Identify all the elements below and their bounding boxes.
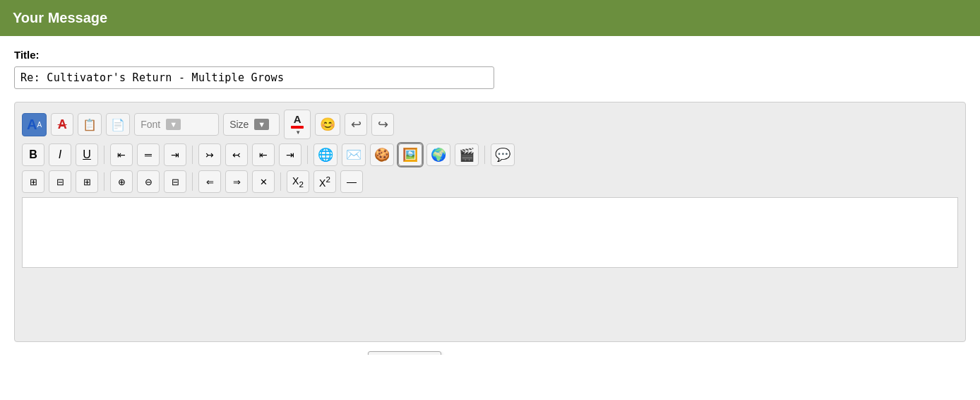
emotion-icon: 🍪 xyxy=(374,147,390,163)
font-color-icon: A xyxy=(294,113,301,125)
table-col-button[interactable]: ⊞ xyxy=(76,170,98,193)
superscript-button[interactable]: X2 xyxy=(313,170,336,193)
unordered-list-button[interactable]: ↢ xyxy=(225,143,248,166)
indent-icon: ⇥ xyxy=(286,149,294,160)
special-char-button[interactable]: 💬 xyxy=(491,143,515,166)
italic-icon: I xyxy=(59,148,61,161)
font-dropdown[interactable]: Font ▼ xyxy=(134,113,219,136)
table-split-button[interactable]: ⊟ xyxy=(164,170,186,193)
table-row-icon: ⊟ xyxy=(56,177,64,187)
insert-email-button[interactable]: ✉️ xyxy=(342,143,366,166)
toolbar-row-3: ⊞ ⊟ ⊞ ⊕ ⊖ ⊟ ⇐ ⇒ xyxy=(22,170,958,193)
font-format-icon: A xyxy=(27,117,37,133)
table-insert-row-icon: ⊕ xyxy=(118,177,126,187)
insert-media-button[interactable]: 🌍 xyxy=(426,143,450,166)
paste-button[interactable]: 📄 xyxy=(106,113,130,136)
col-after-button[interactable]: ⇒ xyxy=(225,170,248,193)
align-left-icon: ⇤ xyxy=(117,149,126,160)
indent-button[interactable]: ⇥ xyxy=(279,143,301,166)
table-row-button[interactable]: ⊟ xyxy=(49,170,71,193)
font-dropdown-label: Font xyxy=(141,119,160,130)
email-icon: ✉️ xyxy=(346,147,361,163)
ordered-list-button[interactable]: ↣ xyxy=(198,143,221,166)
toolbar-row-1: AA A 📋 📄 Font ▼ Size ▼ xyxy=(22,110,958,139)
redo-button[interactable]: ↪ xyxy=(371,113,394,136)
video-icon: 🎬 xyxy=(459,147,474,163)
align-left-button[interactable]: ⇤ xyxy=(110,143,133,166)
paste-icon: 📄 xyxy=(111,118,125,131)
insert-globe-button[interactable]: 🌐 xyxy=(313,143,337,166)
font-dropdown-arrow: ▼ xyxy=(166,119,181,130)
horizontal-rule-icon: ― xyxy=(347,176,357,187)
subscript-icon: X2 xyxy=(292,175,304,189)
table-split-icon: ⊟ xyxy=(172,177,179,187)
page-title: Your Message xyxy=(13,10,967,26)
toolbar-separator-5 xyxy=(104,172,104,191)
align-right-icon: ⇥ xyxy=(171,149,179,160)
table-insert-row-button[interactable]: ⊕ xyxy=(110,170,133,193)
copy-button[interactable]: 📋 xyxy=(78,113,102,136)
globe-icon: 🌐 xyxy=(318,147,333,163)
toolbar-separator-1 xyxy=(104,146,104,164)
insert-emotion-button[interactable]: 🍪 xyxy=(370,143,394,166)
italic-button[interactable]: I xyxy=(49,143,71,166)
align-right-button[interactable]: ⇥ xyxy=(164,143,186,166)
table-delete-row-icon: ⊖ xyxy=(145,177,153,187)
horizontal-rule-button[interactable]: ― xyxy=(340,170,363,193)
copy-icon: 📋 xyxy=(83,118,97,131)
bold-icon: B xyxy=(29,148,37,161)
special-char-icon: 💬 xyxy=(495,147,510,163)
font-strikethrough-button[interactable]: A xyxy=(51,113,73,136)
emoji-icon: 😊 xyxy=(320,117,335,132)
table-button[interactable]: ⊞ xyxy=(22,170,44,193)
undo-icon: ↩ xyxy=(351,117,361,132)
size-dropdown-arrow: ▼ xyxy=(254,119,269,130)
media-icon: 🌍 xyxy=(431,147,446,163)
underline-button[interactable]: U xyxy=(76,143,98,166)
toolbar-separator-7 xyxy=(280,172,281,191)
ordered-list-icon: ↣ xyxy=(205,149,214,160)
table-icon: ⊞ xyxy=(30,177,37,187)
table-col-icon: ⊞ xyxy=(83,177,91,187)
outdent-icon: ⇤ xyxy=(259,149,268,160)
insert-video-button[interactable]: 🎬 xyxy=(455,143,479,166)
emoji-button[interactable]: 😊 xyxy=(315,113,340,136)
superscript-icon: X2 xyxy=(319,175,330,189)
outdent-button[interactable]: ⇤ xyxy=(252,143,275,166)
strikethrough-icon: A xyxy=(58,117,67,132)
size-dropdown-label: Size xyxy=(229,119,249,130)
editor-content[interactable] xyxy=(22,197,958,268)
title-label: Title: xyxy=(14,49,966,61)
insert-image-tooltip: Insert Image xyxy=(368,351,441,355)
toolbar-separator-2 xyxy=(192,146,193,164)
font-color-button[interactable]: A ▼ xyxy=(284,110,311,139)
undo-button[interactable]: ↩ xyxy=(345,113,367,136)
toolbar-separator-4 xyxy=(484,146,485,164)
toolbar-separator-3 xyxy=(307,146,308,164)
bold-button[interactable]: B xyxy=(22,143,44,166)
font-color-arrow: ▼ xyxy=(295,129,301,136)
align-center-icon: ═ xyxy=(145,149,152,160)
editor-area: AA A 📋 📄 Font ▼ Size ▼ xyxy=(14,102,966,342)
align-center-button[interactable]: ═ xyxy=(137,143,160,166)
subscript-button[interactable]: X2 xyxy=(287,170,309,193)
toolbar-row-2: B I U ⇤ ═ ⇥ ↣ ↢ xyxy=(22,143,958,166)
toolbar-separator-6 xyxy=(192,172,193,191)
title-input[interactable] xyxy=(14,66,494,89)
col-after-icon: ⇒ xyxy=(233,177,241,187)
font-format-button[interactable]: AA xyxy=(22,113,47,136)
insert-image-icon: 🖼️ xyxy=(402,147,418,163)
unordered-list-icon: ↢ xyxy=(232,149,241,160)
underline-icon: U xyxy=(83,148,91,161)
insert-image-button[interactable]: 🖼️ xyxy=(398,143,422,166)
col-before-button[interactable]: ⇐ xyxy=(198,170,221,193)
table-delete-row-button[interactable]: ⊖ xyxy=(137,170,160,193)
col-delete-button[interactable]: ✕ xyxy=(252,170,275,193)
col-delete-icon: ✕ xyxy=(260,177,268,187)
redo-icon: ↪ xyxy=(378,117,388,132)
content-area: Title: AA A 📋 📄 Font ▼ xyxy=(0,36,980,355)
col-before-icon: ⇐ xyxy=(206,177,214,187)
font-color-bar xyxy=(291,126,304,129)
header-bar: Your Message xyxy=(0,0,980,36)
size-dropdown[interactable]: Size ▼ xyxy=(223,113,280,136)
